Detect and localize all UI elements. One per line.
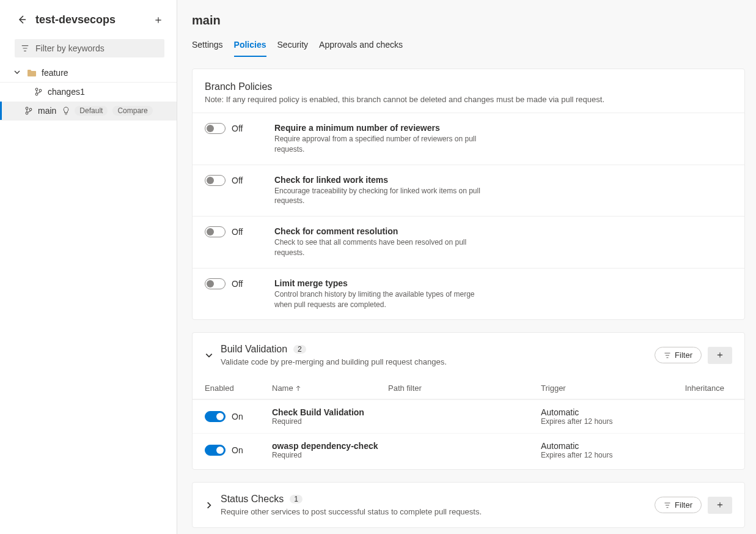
- tree-folder-feature[interactable]: feature: [0, 64, 177, 83]
- branch-policies-title: Branch Policies: [205, 81, 732, 92]
- branch-policies-note: Note: If any required policy is enabled,…: [205, 95, 732, 104]
- bv-expires: Expires after 12 hours: [541, 451, 657, 459]
- toggle-state: Off: [232, 176, 243, 185]
- toggle-state: On: [232, 445, 243, 455]
- default-badge: Default: [75, 106, 108, 116]
- toggle-limit-merge-types[interactable]: [205, 278, 226, 289]
- toggle-state: Off: [232, 279, 243, 289]
- chevron-down-icon[interactable]: [205, 351, 213, 360]
- policy-row-limit-merge-types: Off Limit merge types Control branch his…: [193, 268, 744, 320]
- toggle-state: Off: [232, 124, 243, 133]
- tab-approvals-and-checks[interactable]: Approvals and checks: [319, 36, 403, 57]
- build-validation-row[interactable]: On Check Build Validation Required Autom…: [193, 399, 744, 433]
- filter-icon: [21, 44, 29, 53]
- bv-name: owasp dependency-check: [272, 441, 388, 451]
- svg-point-1: [35, 88, 38, 91]
- policy-title: Limit merge types: [274, 278, 732, 288]
- tab-settings[interactable]: Settings: [192, 36, 223, 57]
- branch-name: main: [38, 106, 56, 116]
- policy-title: Check for linked work items: [274, 175, 732, 185]
- build-validation-desc: Validate code by pre-merging and buildin…: [221, 357, 647, 366]
- bv-required: Required: [272, 451, 388, 459]
- build-validation-filter-button[interactable]: Filter: [655, 347, 702, 363]
- build-validation-add-button[interactable]: ＋: [708, 347, 732, 364]
- policy-desc: Require approval from a specified number…: [274, 134, 482, 155]
- tree-branch-changes1[interactable]: changes1: [0, 83, 177, 102]
- policy-row-linked-work-items: Off Check for linked work items Encourag…: [193, 165, 744, 217]
- tab-bar: Settings Policies Security Approvals and…: [192, 36, 745, 57]
- policy-desc: Check to see that all comments have been…: [274, 237, 482, 258]
- folder-icon: [27, 69, 37, 77]
- policy-desc: Encourage traceability by checking for l…: [274, 186, 482, 207]
- folder-name: feature: [42, 68, 68, 78]
- col-path-filter: Path filter: [388, 384, 541, 393]
- lightbulb-icon: [62, 106, 70, 115]
- branch-icon: [24, 106, 33, 115]
- filter-placeholder: Filter by keywords: [35, 43, 105, 53]
- add-branch-button[interactable]: ＋: [151, 12, 166, 27]
- main-content: main Settings Policies Security Approval…: [177, 0, 756, 534]
- svg-point-6: [29, 108, 32, 111]
- toggle-build-row-1[interactable]: [205, 445, 226, 456]
- build-validation-count: 2: [293, 345, 306, 354]
- filter-icon: [664, 352, 671, 359]
- status-checks-card: Status Checks 1 Require other services t…: [192, 482, 745, 528]
- policy-desc: Control branch history by limiting the a…: [274, 289, 482, 310]
- col-inheritance: Inheritance: [657, 384, 724, 393]
- build-validation-card: Build Validation 2 Validate code by pre-…: [192, 332, 745, 470]
- filter-keywords-input[interactable]: Filter by keywords: [15, 39, 164, 57]
- bv-required: Required: [272, 417, 388, 426]
- toggle-state: On: [232, 412, 243, 421]
- policy-row-comment-resolution: Off Check for comment resolution Check t…: [193, 216, 744, 268]
- svg-point-4: [26, 107, 28, 109]
- branch-name: changes1: [48, 87, 85, 97]
- status-checks-title: Status Checks: [221, 494, 284, 505]
- compare-badge: Compare: [112, 106, 152, 116]
- sidebar: test-devsecops ＋ Filter by keywords feat…: [0, 0, 177, 534]
- toggle-min-reviewers[interactable]: [205, 123, 226, 134]
- status-checks-count: 1: [290, 495, 303, 503]
- policy-title: Check for comment resolution: [274, 226, 732, 236]
- chevron-right-icon[interactable]: [205, 501, 213, 510]
- toggle-linked-work-items[interactable]: [205, 175, 226, 186]
- filter-icon: [664, 502, 671, 509]
- toggle-comment-resolution[interactable]: [205, 226, 226, 237]
- build-validation-title: Build Validation: [221, 344, 287, 355]
- tree-branch-main[interactable]: main Default Compare: [0, 102, 177, 121]
- col-name[interactable]: Name: [272, 384, 388, 393]
- policy-row-min-reviewers: Off Require a minimum number of reviewer…: [193, 113, 744, 165]
- toggle-state: Off: [232, 227, 243, 237]
- bv-trigger: Automatic: [541, 441, 657, 451]
- svg-point-5: [26, 112, 28, 114]
- branch-icon: [34, 87, 43, 96]
- svg-point-2: [35, 93, 38, 95]
- svg-point-3: [39, 89, 42, 92]
- chevron-down-icon: [13, 69, 22, 77]
- col-trigger: Trigger: [541, 384, 657, 393]
- back-icon[interactable]: [17, 15, 27, 24]
- status-checks-desc: Require other services to post successfu…: [221, 507, 647, 516]
- branch-policies-card: Branch Policies Note: If any required po…: [192, 69, 745, 320]
- bv-trigger: Automatic: [541, 407, 657, 417]
- toggle-build-row-0[interactable]: [205, 411, 226, 422]
- repo-title: test-devsecops: [35, 13, 151, 26]
- tab-security[interactable]: Security: [277, 36, 309, 57]
- policy-title: Require a minimum number of reviewers: [274, 123, 732, 133]
- bv-expires: Expires after 12 hours: [541, 417, 657, 426]
- bv-name: Check Build Validation: [272, 407, 388, 417]
- page-title: main: [192, 13, 745, 28]
- sort-asc-icon: [296, 385, 301, 391]
- col-enabled: Enabled: [205, 384, 272, 393]
- build-validation-header: Enabled Name Path filter Trigger Inherit…: [193, 377, 744, 399]
- status-checks-add-button[interactable]: ＋: [708, 497, 732, 514]
- tab-policies[interactable]: Policies: [234, 36, 266, 57]
- status-checks-filter-button[interactable]: Filter: [655, 497, 702, 513]
- build-validation-row[interactable]: On owasp dependency-check Required Autom…: [193, 433, 744, 467]
